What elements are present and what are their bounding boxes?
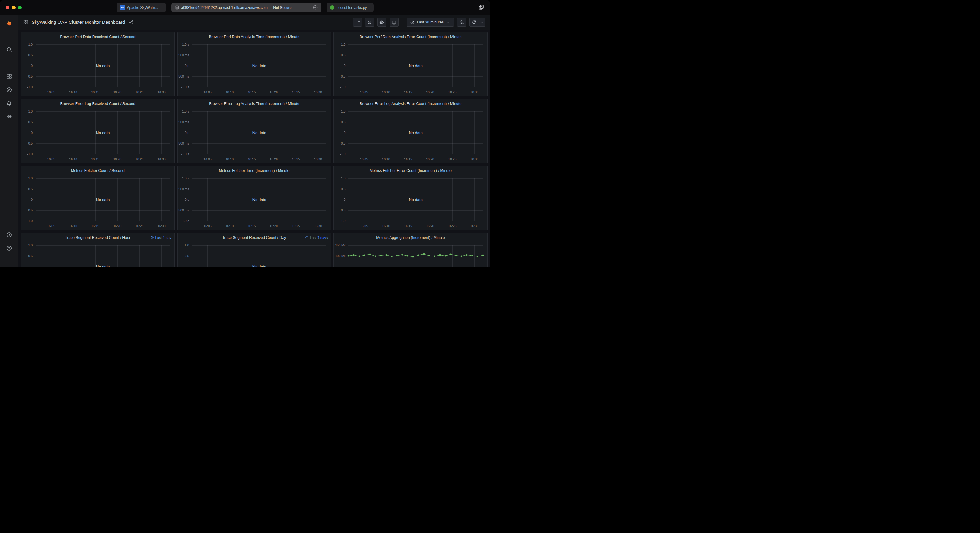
x-tick-label: 16:15 xyxy=(91,224,99,228)
tab-options-icon[interactable] xyxy=(313,5,318,10)
x-tick-label: 16:10 xyxy=(226,157,234,161)
series-point xyxy=(423,254,425,255)
add-panel-button[interactable] xyxy=(353,17,362,27)
panel-header: Browser Error Log Analysis Time (Increme… xyxy=(178,99,331,108)
gridline-horizontal xyxy=(348,178,483,179)
save-dashboard-button[interactable] xyxy=(365,17,374,27)
tab-apache-skywalking[interactable]: SW Apache SkyWalki... xyxy=(117,3,166,12)
tab-active-elb-dashboard[interactable]: a0881eed4-22961232.ap-east-1.elb.amazona… xyxy=(172,3,321,12)
y-tick-label: 500 ms xyxy=(178,120,189,124)
x-tick-label: 16:05 xyxy=(47,224,55,228)
y-tick-label: 1.0 xyxy=(28,176,33,180)
panel-title[interactable]: Trace Segment Received Count / Hour xyxy=(65,235,130,240)
y-tick-label: -500 ms xyxy=(178,75,189,78)
panel-title[interactable]: Metrics Fetcher Time (Increment) / Minut… xyxy=(219,168,289,173)
panel-title[interactable]: Metrics Fetcher Count / Second xyxy=(71,168,124,173)
y-tick-label: 0 xyxy=(344,64,345,68)
panel-title[interactable]: Browser Perf Data Analysis Error Count (… xyxy=(360,35,462,39)
cycle-view-button[interactable] xyxy=(390,17,399,27)
panel-title[interactable]: Metrics Aggregation (Increment) / Minute xyxy=(376,235,445,240)
panel-time-override-label: Last 1 day xyxy=(155,236,172,240)
no-data-label: No data xyxy=(192,130,327,135)
gridline-horizontal xyxy=(348,221,483,221)
panel-header: Metrics Fetcher Count / Second xyxy=(21,166,175,175)
panel-title[interactable]: Browser Perf Data Analysis Time (Increme… xyxy=(209,35,299,39)
panel-grid: Browser Perf Data Received Count / Secon… xyxy=(18,30,490,266)
close-window-button[interactable] xyxy=(6,6,10,10)
gridline-horizontal xyxy=(192,256,327,256)
y-axis: 150 Mil100 Mil xyxy=(334,245,347,266)
sidebar-item-alerting[interactable] xyxy=(3,97,15,109)
gridline-horizontal xyxy=(36,256,170,256)
series-point xyxy=(369,254,371,255)
gridline-horizontal xyxy=(192,210,327,211)
gridline-horizontal xyxy=(192,154,327,154)
y-tick-label: -1.0 xyxy=(340,85,345,89)
y-axis: 1.00.50-0.5-1.0 xyxy=(21,178,34,221)
gridline-horizontal xyxy=(36,178,170,179)
sidebar-item-dashboards[interactable] xyxy=(3,70,15,82)
x-tick-label: 16:25 xyxy=(448,224,456,228)
panel-title[interactable]: Browser Error Log Analysis Error Count (… xyxy=(360,102,461,106)
y-tick-label: -0.5 xyxy=(340,208,345,212)
panel-time-override[interactable]: Last 7 days xyxy=(305,233,328,242)
series-point xyxy=(434,255,435,257)
minimize-window-button[interactable] xyxy=(12,6,16,10)
chart-plot: No data xyxy=(192,111,327,154)
gridline-horizontal xyxy=(348,44,483,45)
sidebar-item-explore[interactable] xyxy=(3,84,15,96)
x-tick-label: 16:25 xyxy=(292,157,300,161)
tab-locust[interactable]: Locust for tasks.py xyxy=(327,3,374,12)
x-tick-label: 16:15 xyxy=(91,90,99,94)
series-point xyxy=(450,254,451,255)
dashboard-settings-button[interactable] xyxy=(377,17,387,27)
alerting-icon xyxy=(6,100,12,106)
gridline-horizontal xyxy=(192,76,327,77)
sidebar-item-plus[interactable] xyxy=(3,57,15,69)
y-tick-label: 0 xyxy=(31,64,33,68)
refresh-interval-caret[interactable] xyxy=(479,17,485,27)
tab-overview-icon[interactable] xyxy=(478,4,485,12)
share-icon[interactable] xyxy=(129,20,134,25)
x-tick-label: 16:20 xyxy=(426,157,434,161)
zoom-out-button[interactable] xyxy=(457,17,466,27)
y-tick-label: -0.5 xyxy=(27,141,33,145)
panel-header: Browser Error Log Analysis Error Count (… xyxy=(334,99,487,108)
sidebar-item-search[interactable] xyxy=(3,43,15,56)
chart-plot: No data xyxy=(348,178,483,221)
help-icon xyxy=(6,245,12,251)
skywalking-favicon: SW xyxy=(120,5,125,10)
panel-title[interactable]: Browser Error Log Received Count / Secon… xyxy=(60,102,135,106)
x-axis: 16:0516:1016:1516:2016:2516:30 xyxy=(348,157,483,161)
refresh-button[interactable] xyxy=(469,17,479,27)
x-tick-label: 16:30 xyxy=(314,157,322,161)
sidebar-item-sign-in[interactable] xyxy=(3,229,15,241)
zoom-window-button[interactable] xyxy=(18,6,22,10)
panel-title[interactable]: Trace Segment Received Count / Day xyxy=(222,235,286,240)
panel-title[interactable]: Browser Perf Data Received Count / Secon… xyxy=(60,35,135,39)
dashboard-title[interactable]: SkyWalking OAP Cluster Monitor Dashboard xyxy=(32,19,125,25)
panel-header: Metrics Fetcher Time (Increment) / Minut… xyxy=(178,166,331,175)
x-axis: 16:0516:1016:1516:2016:2516:30 xyxy=(192,224,327,228)
y-tick-label: 1.0 xyxy=(28,243,33,247)
gridline-horizontal xyxy=(36,111,170,112)
panel-title[interactable]: Browser Error Log Analysis Time (Increme… xyxy=(209,102,299,106)
panel-time-override[interactable]: Last 1 day xyxy=(150,233,172,242)
y-tick-label: 1.0 xyxy=(185,243,189,247)
sidebar-item-help[interactable] xyxy=(3,242,15,254)
y-tick-label: 1.0 xyxy=(341,176,346,180)
plus-icon xyxy=(6,60,12,66)
x-tick-label: 16:20 xyxy=(270,157,278,161)
sidebar-item-settings[interactable] xyxy=(3,110,15,122)
panel-title[interactable]: Metrics Fetcher Error Count (Increment) … xyxy=(369,168,452,173)
panel-header: Metrics Aggregation (Increment) / Minute xyxy=(334,233,487,242)
x-tick-label: 16:30 xyxy=(471,90,479,94)
y-tick-label: -1.0 xyxy=(27,219,33,223)
panel: Browser Perf Data Received Count / Secon… xyxy=(21,32,175,97)
grafana-logo[interactable] xyxy=(4,18,14,29)
y-tick-label: 1.0 xyxy=(341,43,346,46)
time-range-picker[interactable]: Last 30 minutes xyxy=(407,17,454,27)
series-point xyxy=(461,255,462,257)
gridline-horizontal xyxy=(348,143,483,144)
x-tick-label: 16:30 xyxy=(471,224,479,228)
